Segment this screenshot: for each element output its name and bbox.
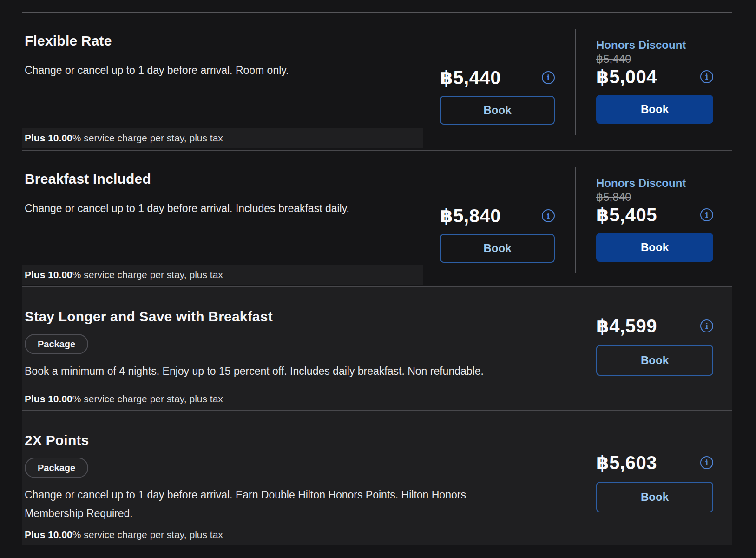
info-icon[interactable]: i — [700, 70, 713, 83]
info-icon[interactable]: i — [700, 319, 713, 332]
rate-card-2x-points: 2X Points Package Change or cancel up to… — [22, 411, 732, 545]
package-badge: Package — [25, 334, 88, 354]
fee-note: Plus 10.00% service charge per stay, plu… — [25, 269, 223, 280]
price-area: ฿5,603 i Book — [596, 452, 713, 512]
honors-price: ฿5,405 — [596, 204, 657, 226]
honors-discount-column: Honors Discount ฿5,840 ฿5,405 i Book — [596, 167, 713, 273]
standard-price: ฿5,840 — [440, 205, 501, 226]
honors-discount-label: Honors Discount — [596, 39, 713, 51]
info-icon[interactable]: i — [700, 456, 713, 469]
rate-description: Change or cancel up to 1 day before arri… — [25, 478, 517, 523]
original-price: ฿5,840 — [596, 190, 713, 204]
rate-card-breakfast-included: Breakfast Included Change or cancel up t… — [22, 151, 732, 286]
fee-note-strip: Plus 10.00% service charge per stay, plu… — [22, 128, 423, 148]
rate-description: Book a minimum of 4 nights. Enjoy up to … — [25, 354, 526, 380]
info-icon[interactable]: i — [542, 209, 555, 222]
price-column-divider — [575, 167, 576, 273]
rate-price: ฿5,603 — [596, 452, 657, 473]
price-area: ฿5,440 i Book Honors Discount ฿5,440 ฿5,… — [440, 29, 713, 135]
standard-price: ฿5,440 — [440, 67, 501, 88]
info-icon[interactable]: i — [542, 71, 555, 84]
book-button[interactable]: Book — [596, 345, 713, 376]
honors-discount-column: Honors Discount ฿5,440 ฿5,004 i Book — [596, 29, 713, 135]
rates-page: Flexible Rate Change or cancel up to 1 d… — [0, 0, 756, 558]
rate-price: ฿4,599 — [596, 315, 657, 337]
standard-rate-column: ฿5,440 i Book — [440, 29, 555, 135]
fee-note: Plus 10.00% service charge per stay, plu… — [25, 133, 223, 144]
price-column-divider — [575, 29, 576, 135]
honors-discount-label: Honors Discount — [596, 177, 713, 189]
book-button-standard[interactable]: Book — [440, 234, 555, 263]
book-button-standard[interactable]: Book — [440, 96, 555, 125]
book-button-honors[interactable]: Book — [596, 233, 713, 262]
rate-title: 2X Points — [25, 411, 732, 448]
standard-rate-column: ฿5,840 i Book — [440, 167, 555, 273]
original-price: ฿5,440 — [596, 52, 713, 66]
rate-card-stay-longer: Stay Longer and Save with Breakfast Pack… — [22, 287, 732, 410]
info-icon[interactable]: i — [700, 208, 713, 221]
fee-note: Plus 10.00% service charge per stay, plu… — [25, 529, 732, 540]
honors-price: ฿5,004 — [596, 66, 657, 87]
package-badge: Package — [25, 458, 88, 478]
price-area: ฿5,840 i Book Honors Discount ฿5,840 ฿5,… — [440, 167, 713, 273]
fee-note: Plus 10.00% service charge per stay, plu… — [25, 393, 732, 405]
fee-note-strip: Plus 10.00% service charge per stay, plu… — [22, 265, 423, 285]
price-area: ฿4,599 i Book — [596, 315, 713, 376]
book-button-honors[interactable]: Book — [596, 95, 713, 124]
book-button[interactable]: Book — [596, 482, 713, 512]
rate-card-flexible-rate: Flexible Rate Change or cancel up to 1 d… — [22, 13, 732, 150]
